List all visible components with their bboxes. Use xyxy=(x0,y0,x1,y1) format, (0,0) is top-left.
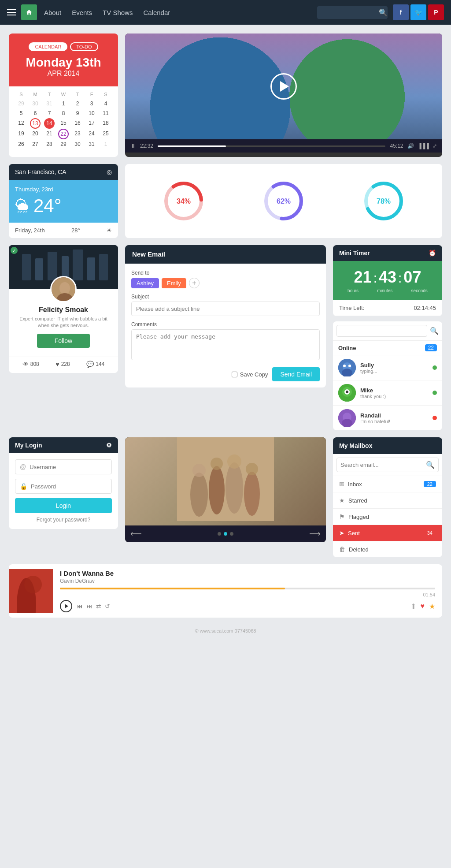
group-photo xyxy=(125,437,326,525)
music-progress-wrap[interactable] xyxy=(60,588,435,589)
weather-temp-row: 🌦 24° xyxy=(15,195,112,216)
slider-controls: ⟵ ⟶ xyxy=(125,525,326,542)
calendar-tab-todo[interactable]: TO-DO xyxy=(70,42,98,51)
nav-tvshows[interactable]: TV Shows xyxy=(103,9,133,16)
slider-prev-button[interactable]: ⟵ xyxy=(130,529,142,539)
mailbox-item-inbox[interactable]: ✉ Inbox 22 xyxy=(333,476,442,492)
calendar-widget: CALENDAR TO-DO Monday 13th APR 2014 SMTW… xyxy=(9,34,118,157)
donut-chart-2: 62% xyxy=(262,179,306,223)
svg-point-39 xyxy=(192,464,206,477)
home-button[interactable] xyxy=(21,4,37,20)
share-icon[interactable]: ⬆ xyxy=(410,602,416,611)
music-play-button[interactable] xyxy=(60,600,72,612)
hours-label: hours xyxy=(347,288,359,293)
search-icon: 🔍 xyxy=(379,8,388,17)
recipient-ashley[interactable]: Ashley xyxy=(131,278,159,288)
calendar-tab-calendar[interactable]: CALENDAR xyxy=(29,42,67,51)
timer-sep-1: : xyxy=(373,271,377,286)
chat-search: 🔍 xyxy=(333,321,442,341)
video-progress-bar[interactable] xyxy=(158,145,385,147)
email-actions: Save Copy Send Email xyxy=(131,367,320,381)
mailbox-item-sent[interactable]: ➤ Sent 34 xyxy=(333,525,442,541)
nav-search-input[interactable] xyxy=(322,9,379,16)
randall-info: Randall I'm so hateful! xyxy=(360,412,428,424)
calendar-days[interactable]: 293031 1234 567 891011 12 13 14 15161718… xyxy=(14,99,113,149)
avatar xyxy=(50,276,77,302)
password-input[interactable] xyxy=(31,483,107,490)
chat-search-input[interactable] xyxy=(336,325,427,337)
svg-point-38 xyxy=(244,472,260,516)
slider-next-button[interactable]: ⟶ xyxy=(309,529,321,539)
timer-widget: Mini Timer ⏰ 21 : 43 : 07 hours minutes … xyxy=(333,245,442,316)
social-links: f 🐦 P xyxy=(393,4,444,20)
forgot-password-link[interactable]: Forgot your password? xyxy=(15,517,112,523)
video-play-button[interactable] xyxy=(270,73,297,100)
shuffle-button[interactable]: ⇄ xyxy=(96,603,101,610)
pause-icon[interactable]: ⏸ xyxy=(130,143,136,149)
slider-dot-3[interactable] xyxy=(230,532,233,536)
rewind-button[interactable]: ⏮ xyxy=(77,603,83,610)
follow-button[interactable]: Follow xyxy=(37,334,90,348)
fast-forward-button[interactable]: ⏭ xyxy=(86,603,92,610)
nav-about[interactable]: About xyxy=(44,9,61,16)
starred-label: ★ Starred xyxy=(339,497,367,504)
slider-dot-1[interactable] xyxy=(218,532,221,536)
hamburger-menu[interactable] xyxy=(7,9,16,15)
nav-calendar[interactable]: Calendar xyxy=(143,9,170,16)
sent-text: Sent xyxy=(348,530,360,536)
chat-item-randall[interactable]: Randall I'm so hateful! xyxy=(333,405,442,430)
next-temp: 28° xyxy=(71,227,80,234)
username-input[interactable] xyxy=(30,464,107,470)
add-recipient-button[interactable]: + xyxy=(189,278,200,288)
mailbox-item-flagged[interactable]: ⚑ Flagged xyxy=(333,508,442,525)
music-info: I Don't Wanna Be Gavin DeGraw 01:54 ⏮ ⏭ … xyxy=(53,564,442,618)
randall-status: I'm so hateful! xyxy=(360,419,428,424)
bars-icon[interactable]: ▐▐▐ xyxy=(418,143,429,149)
repeat-button[interactable]: ↺ xyxy=(105,603,110,610)
alarm-icon: ⏰ xyxy=(429,250,436,257)
subject-input[interactable] xyxy=(131,302,320,316)
nav-search-box: 🔍 xyxy=(317,6,388,19)
video-icons: 🔊 ▐▐▐ ⤢ xyxy=(407,143,437,149)
nav-events[interactable]: Events xyxy=(72,9,92,16)
comments-textarea[interactable] xyxy=(131,329,320,360)
music-artist: Gavin DeGraw xyxy=(60,578,435,584)
like-icon[interactable]: ♥ xyxy=(421,602,425,610)
send-email-button[interactable]: Send Email xyxy=(272,367,320,381)
login-button[interactable]: Login xyxy=(15,498,112,513)
music-progress-fill xyxy=(60,588,285,589)
mailbox-search-input[interactable] xyxy=(340,462,426,468)
calendar-year: APR 2014 xyxy=(18,70,109,78)
mike-name: Mike xyxy=(360,387,428,394)
fullscreen-icon[interactable]: ⤢ xyxy=(433,143,437,149)
weather-temp: 24° xyxy=(33,195,62,216)
gear-icon[interactable]: ⚙ xyxy=(106,442,112,449)
inbox-text: Inbox xyxy=(348,481,362,488)
slider-widget: ⟵ ⟶ xyxy=(125,437,326,542)
email-widget: New Email Send to Ashley Emily + Subject… xyxy=(125,245,326,387)
volume-icon[interactable]: 🔊 xyxy=(407,143,414,149)
mailbox-item-starred[interactable]: ★ Starred xyxy=(333,492,442,508)
slider-dot-2[interactable] xyxy=(224,532,227,536)
timer-minutes: 43 xyxy=(379,268,396,287)
mailbox-item-deleted[interactable]: 🗑 Deleted xyxy=(333,541,442,557)
weather-date: Thursday, 23rd xyxy=(15,186,112,193)
weather-footer: Friday, 24th 28° ☀ xyxy=(9,223,118,238)
donut-widget: 34% 62% 78% xyxy=(125,164,442,238)
flagged-label: ⚑ Flagged xyxy=(339,513,369,520)
donut-chart-3: 78% xyxy=(362,179,406,223)
twitter-button[interactable]: 🐦 xyxy=(410,4,426,20)
save-copy-checkbox[interactable] xyxy=(232,372,237,377)
chat-item-mike[interactable]: Mike thank-you :) xyxy=(333,380,442,405)
recipient-emily[interactable]: Emily xyxy=(162,278,186,288)
pinterest-button[interactable]: P xyxy=(428,4,444,20)
facebook-button[interactable]: f xyxy=(393,4,409,20)
user-icon: @ xyxy=(20,463,26,470)
chat-item-sully[interactable]: Sully typing... xyxy=(333,355,442,380)
favorite-icon[interactable]: ★ xyxy=(429,602,435,611)
stat-likes: ♥ 228 xyxy=(55,361,70,368)
login-body: @ 🔒 Login Forgot your password? xyxy=(9,453,118,529)
calendar-tabs: CALENDAR TO-DO xyxy=(18,42,109,51)
music-time: 01:54 xyxy=(60,592,435,597)
weather-header: San Francisco, CA ◎ xyxy=(9,164,118,180)
